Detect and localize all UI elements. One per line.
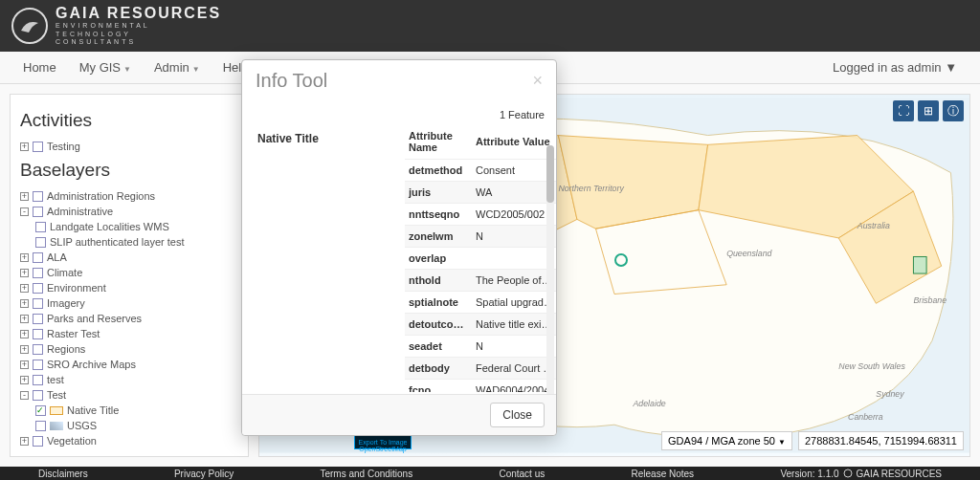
svg-text:Adelaide: Adelaide (633, 399, 666, 408)
expand-icon[interactable]: + (20, 437, 29, 446)
expand-icon[interactable]: + (20, 315, 29, 323)
attr-value: WA (472, 182, 556, 204)
scrollbar[interactable] (546, 145, 554, 394)
baselayer-item[interactable]: +Environment (20, 280, 238, 295)
baselayer-child-item[interactable]: Native Title (20, 403, 238, 418)
layer-checkbox[interactable] (33, 268, 43, 278)
close-button[interactable]: Close (490, 403, 545, 427)
extent-button[interactable]: ⊞ (918, 100, 939, 121)
expand-icon[interactable]: + (20, 269, 29, 277)
table-row: overlap (405, 248, 556, 270)
layer-checkbox[interactable] (35, 405, 46, 416)
baselayer-item[interactable]: +Administration Regions (20, 188, 238, 204)
layer-checkbox[interactable] (33, 360, 43, 370)
legend-swatch (50, 406, 63, 415)
table-row: seadetN (405, 336, 556, 358)
brand-tag3: CONSULTANTS (56, 38, 221, 46)
layer-checkbox[interactable] (33, 329, 43, 339)
expand-icon[interactable]: + (20, 376, 29, 384)
layer-checkbox[interactable] (33, 283, 43, 294)
nav-mygis[interactable]: My GIS▼ (68, 53, 143, 82)
expand-icon[interactable]: + (20, 330, 29, 338)
baselayer-item[interactable]: +SRO Archive Maps (20, 357, 238, 372)
attr-name: nthold (405, 270, 472, 292)
expand-icon[interactable]: - (20, 391, 29, 400)
layer-checkbox[interactable] (33, 436, 43, 447)
layer-checkbox[interactable] (33, 344, 43, 355)
baselayer-child-item[interactable]: USGS (20, 418, 238, 433)
logo-icon (11, 8, 48, 44)
map-status-bar: GDA94 / MGA zone 50 ▼ 2788831.84545, 715… (661, 431, 964, 450)
svg-text:Sydney: Sydney (876, 389, 904, 399)
baselayer-item[interactable]: +test (20, 372, 238, 387)
baselayer-child-item[interactable]: Landgate Localities WMS (20, 219, 238, 234)
crs-selector[interactable]: GDA94 / MGA zone 50 ▼ (661, 431, 792, 450)
footer-terms[interactable]: Terms and Conditions (320, 469, 412, 479)
logo-icon (843, 469, 853, 478)
baselayer-item[interactable]: +ALA (20, 250, 238, 265)
layer-checkbox[interactable] (33, 142, 43, 152)
footer-privacy[interactable]: Privacy Policy (174, 469, 234, 479)
layer-checkbox[interactable] (33, 375, 43, 385)
layer-checkbox[interactable] (33, 207, 43, 217)
expand-icon[interactable]: + (20, 345, 29, 354)
baselayer-item[interactable]: +Parks and Reserves (20, 311, 238, 326)
table-row: zonelwmN (405, 226, 556, 248)
brand-logo: GAIA RESOURCES ENVIRONMENTAL TECHNOLOGY … (11, 5, 221, 46)
expand-icon[interactable]: + (20, 253, 29, 262)
layer-checkbox[interactable] (33, 298, 43, 309)
layers-sidebar[interactable]: Activities +Testing Baselayers +Administ… (10, 94, 249, 457)
table-row: detbodyFederal Court of Australi (405, 358, 556, 380)
chevron-down-icon: ▼ (942, 60, 957, 75)
expand-icon[interactable]: - (20, 207, 29, 216)
svg-text:Brisbane: Brisbane (913, 295, 947, 305)
attr-name: juris (405, 182, 472, 204)
layer-checkbox[interactable] (35, 237, 46, 248)
attribute-table-scroll[interactable]: Attribute Name Attribute Value detmethod… (405, 124, 556, 392)
baselayer-item[interactable]: +Regions (20, 341, 238, 357)
layer-checkbox[interactable] (35, 421, 46, 431)
expand-icon[interactable]: + (20, 142, 29, 151)
brand-name: GAIA RESOURCES (56, 5, 221, 22)
attr-name: sptialnote (405, 292, 472, 314)
table-row: detoutcomeNative title exists in the e (405, 314, 556, 336)
baselayer-item[interactable]: -Administrative (20, 204, 238, 219)
baselayer-item[interactable]: +Climate (20, 265, 238, 280)
layer-checkbox[interactable] (33, 314, 43, 324)
footer-release[interactable]: Release Notes (632, 469, 695, 479)
layer-checkbox[interactable] (33, 390, 43, 401)
baselayer-child-item[interactable]: SLIP authenticated layer test (20, 234, 238, 250)
expand-icon[interactable]: + (20, 192, 29, 201)
footer-version: Version: 1.1.0 GAIA RESOURCES (780, 469, 942, 479)
svg-point-11 (844, 469, 852, 477)
feature-layer-tab[interactable]: Native Title (252, 124, 405, 392)
attr-value: N (472, 226, 556, 248)
fullscreen-button[interactable]: ⛶ (893, 100, 914, 121)
footer-contact[interactable]: Contact us (499, 469, 545, 479)
attribute-table: Attribute Name Attribute Value detmethod… (405, 124, 556, 392)
col-attr-value: Attribute Value (472, 124, 556, 160)
baselayer-item[interactable]: +Vegetation (20, 433, 238, 448)
layer-checkbox[interactable] (33, 252, 43, 263)
attr-name: detbody (405, 358, 472, 380)
expand-icon[interactable]: + (20, 284, 29, 293)
nav-home[interactable]: Home (11, 53, 68, 82)
info-button[interactable]: ⓘ (943, 100, 964, 121)
scrollbar-thumb[interactable] (546, 145, 554, 203)
baselayer-item[interactable]: +Raster Test (20, 326, 238, 341)
baselayer-item[interactable]: -Test (20, 387, 238, 403)
layer-checkbox[interactable] (35, 222, 46, 232)
attr-value (472, 248, 556, 270)
mylayers-heading: My Layers (20, 454, 238, 457)
nav-admin[interactable]: Admin▼ (143, 53, 212, 82)
attr-value: Consent (472, 160, 556, 182)
svg-text:Australia: Australia (857, 221, 890, 230)
baselayer-item[interactable]: +Imagery (20, 295, 238, 311)
layer-checkbox[interactable] (33, 191, 43, 202)
expand-icon[interactable]: + (20, 360, 29, 369)
close-icon[interactable]: × (532, 71, 543, 91)
login-status-dropdown[interactable]: Logged in as admin ▼ (821, 53, 969, 82)
expand-icon[interactable]: + (20, 299, 29, 308)
footer-disclaimers[interactable]: Disclaimers (38, 469, 88, 479)
activity-item[interactable]: +Testing (20, 139, 238, 154)
